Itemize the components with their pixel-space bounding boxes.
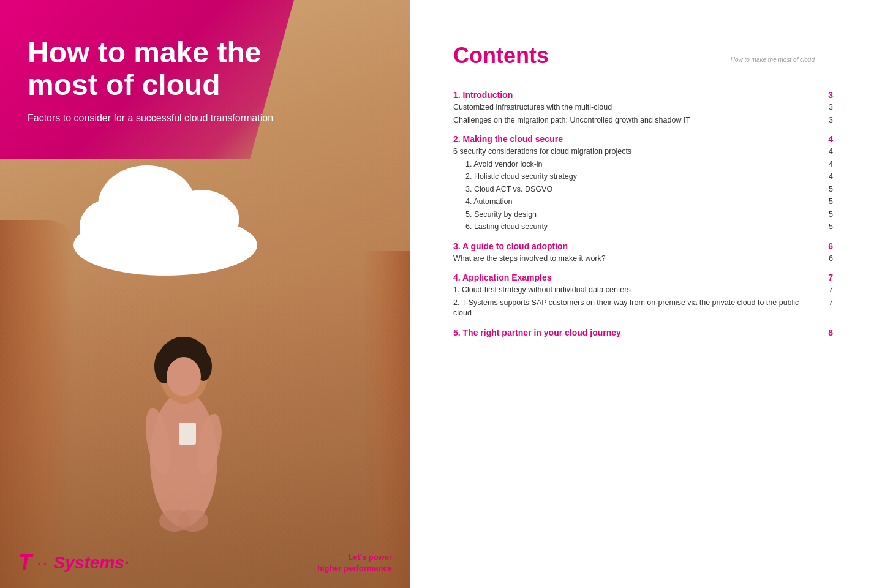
- toc-item: 4. Automation5: [453, 197, 833, 208]
- left-panel: How to make the most of cloud Factors to…: [0, 0, 410, 588]
- svg-rect-12: [179, 423, 196, 445]
- toc-heading-row: 3. A guide to cloud adoption6: [453, 241, 833, 251]
- toc-heading-page: 8: [821, 328, 833, 337]
- svg-point-8: [165, 337, 202, 359]
- person-svg: [123, 276, 245, 533]
- toc-section: 2. Making the cloud secure46 security co…: [453, 134, 833, 233]
- toc-heading-page: 6: [821, 241, 833, 251]
- tagline-line1: Let's power: [348, 552, 392, 562]
- logo-dots: ··: [37, 553, 49, 573]
- toc-item-label: 6 security considerations for cloud migr…: [453, 146, 815, 157]
- toc-item: 1. Avoid vendor lock-in4: [453, 159, 833, 170]
- toc-item-label: 5. Security by design: [466, 209, 815, 221]
- toc-item-label: 6. Lasting cloud security: [466, 222, 815, 233]
- systems-wordmark: Systems·: [54, 553, 129, 573]
- cloud-shape-group: [49, 178, 282, 276]
- toc-item-label: Challenges on the migration path: Uncont…: [453, 115, 815, 126]
- toc-item: Customized infrastructures with the mult…: [453, 102, 833, 113]
- tsystems-logo: T ·· Systems·: [18, 550, 129, 576]
- toc-item-label: 1. Avoid vendor lock-in: [466, 159, 815, 170]
- cloud-bump3: [80, 199, 141, 254]
- toc-heading-label: 1. Introduction: [453, 90, 513, 100]
- tagline-line2: higher performance: [317, 564, 392, 573]
- toc-item-page: 4: [821, 147, 833, 156]
- toc-heading-row: 4. Application Examples7: [453, 273, 833, 282]
- toc-item: 2. Holistic cloud security strategy4: [453, 172, 833, 183]
- svg-point-9: [167, 357, 201, 396]
- toc-heading-page: 7: [821, 273, 833, 282]
- tagline: Let's power higher performance: [317, 552, 392, 574]
- toc-item-label: What are the steps involved to make it w…: [453, 254, 815, 265]
- toc-item: 1. Cloud-first strategy without individu…: [453, 285, 833, 296]
- cloud-bump4: [190, 196, 239, 239]
- toc-item: 6 security considerations for cloud migr…: [453, 146, 833, 157]
- toc-heading-row: 2. Making the cloud secure4: [453, 134, 833, 144]
- toc-heading-row: 1. Introduction3: [453, 90, 833, 100]
- title-block: How to make the most of cloud Factors to…: [28, 37, 291, 125]
- right-panel: How to make the most of cloud Contents 1…: [410, 0, 882, 588]
- subtitle: Factors to consider for a successful clo…: [28, 111, 291, 125]
- toc-item-label: 4. Automation: [466, 197, 815, 208]
- toc-item-label: 2. T-Systems supports SAP customers on t…: [453, 298, 815, 319]
- toc-heading-row: 5. The right partner in your cloud journ…: [453, 328, 833, 337]
- toc-heading-page: 4: [821, 134, 833, 144]
- main-title: How to make the most of cloud: [28, 37, 291, 102]
- svg-point-11: [178, 510, 208, 532]
- toc-item-page: 6: [821, 254, 833, 263]
- toc-item-label: 2. Holistic cloud security strategy: [466, 172, 815, 183]
- toc-item: What are the steps involved to make it w…: [453, 254, 833, 265]
- toc-item-page: 5: [821, 185, 833, 194]
- toc-item-page: 5: [821, 197, 833, 206]
- toc-item-page: 4: [821, 172, 833, 181]
- toc-item-page: 3: [821, 103, 833, 111]
- toc-heading-label: 3. A guide to cloud adoption: [453, 241, 568, 251]
- doc-header: How to make the most of cloud: [731, 56, 815, 63]
- bottom-branding: T ·· Systems· Let's power higher perform…: [0, 550, 410, 576]
- toc-item-page: 3: [821, 116, 833, 124]
- toc-heading-label: 5. The right partner in your cloud journ…: [453, 328, 621, 337]
- toc-item: Challenges on the migration path: Uncont…: [453, 115, 833, 126]
- toc-item-page: 4: [821, 160, 833, 168]
- person-figure: [123, 276, 257, 551]
- toc-item-page: 7: [821, 285, 833, 294]
- toc-item-page: 5: [821, 210, 833, 219]
- toc-item-label: Customized infrastructures with the mult…: [453, 102, 815, 113]
- contents-heading: Contents: [453, 43, 833, 69]
- toc-heading-page: 3: [821, 90, 833, 100]
- toc-item: 5. Security by design5: [453, 209, 833, 221]
- toc-section: 3. A guide to cloud adoption6What are th…: [453, 241, 833, 265]
- toc-heading-label: 2. Making the cloud secure: [453, 134, 563, 144]
- toc-list: 1. Introduction3Customized infrastructur…: [453, 90, 833, 337]
- toc-item-label: 1. Cloud-first strategy without individu…: [453, 285, 815, 296]
- toc-section: 4. Application Examples71. Cloud-first s…: [453, 273, 833, 319]
- toc-container: How to make the most of cloud Contents 1…: [453, 43, 833, 337]
- toc-item-page: 5: [821, 222, 833, 231]
- toc-item: 6. Lasting cloud security5: [453, 222, 833, 233]
- toc-item: 3. Cloud ACT vs. DSGVO5: [453, 184, 833, 195]
- toc-section: 5. The right partner in your cloud journ…: [453, 328, 833, 337]
- toc-section: 1. Introduction3Customized infrastructur…: [453, 90, 833, 126]
- toc-item: 2. T-Systems supports SAP customers on t…: [453, 298, 833, 319]
- toc-item-page: 7: [821, 298, 833, 307]
- toc-heading-label: 4. Application Examples: [453, 273, 552, 282]
- toc-item-label: 3. Cloud ACT vs. DSGVO: [466, 184, 815, 195]
- t-letter: T: [18, 550, 32, 576]
